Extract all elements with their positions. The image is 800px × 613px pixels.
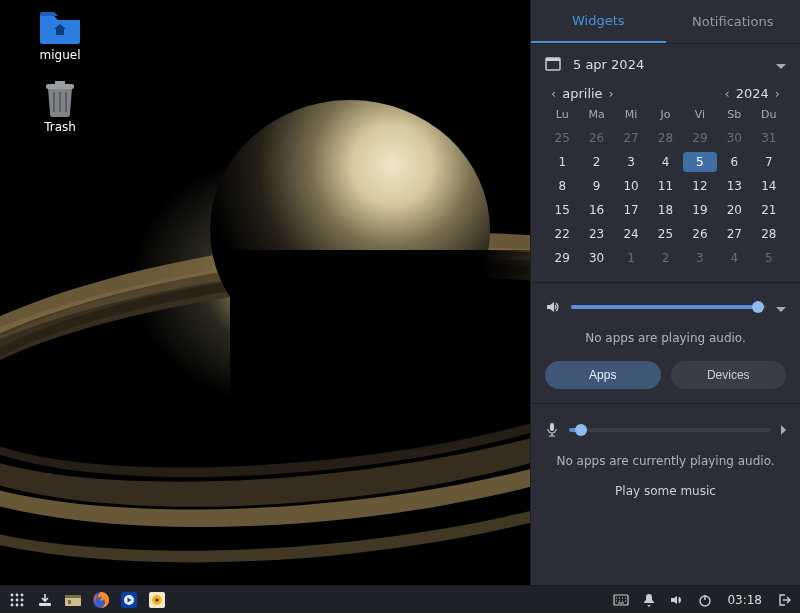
calendar-day[interactable]: 13 bbox=[717, 176, 751, 196]
date-label: 5 apr 2024 bbox=[573, 57, 644, 72]
music-player-icon bbox=[148, 591, 166, 609]
calendar-dow: Du bbox=[752, 105, 786, 124]
session-menu-button[interactable] bbox=[774, 589, 794, 611]
downloads-launcher[interactable] bbox=[34, 589, 56, 611]
svg-point-8 bbox=[11, 598, 14, 601]
firefox-launcher[interactable] bbox=[90, 589, 112, 611]
calendar-day[interactable]: 8 bbox=[545, 176, 579, 196]
month-label: aprilie bbox=[562, 86, 602, 101]
calendar-day[interactable]: 3 bbox=[614, 152, 648, 172]
calendar-day[interactable]: 9 bbox=[579, 176, 613, 196]
calendar-day[interactable]: 6 bbox=[717, 152, 751, 172]
wallpaper-decoration bbox=[210, 100, 490, 360]
calendar-day[interactable]: 28 bbox=[752, 224, 786, 244]
svg-point-23 bbox=[155, 598, 158, 601]
calendar-day-prev[interactable]: 28 bbox=[648, 128, 682, 148]
sound-indicator[interactable] bbox=[667, 589, 687, 611]
tab-widgets[interactable]: Widgets bbox=[531, 0, 666, 43]
sound-icon bbox=[670, 593, 684, 607]
panel-tabs: Widgets Notifications bbox=[531, 0, 800, 44]
year-label: 2024 bbox=[736, 86, 769, 101]
calendar-day-prev[interactable]: 26 bbox=[579, 128, 613, 148]
calendar-day[interactable]: 30 bbox=[579, 248, 613, 268]
calendar-day[interactable]: 2 bbox=[579, 152, 613, 172]
seg-apps-button[interactable]: Apps bbox=[545, 361, 661, 389]
calendar-day-prev[interactable]: 29 bbox=[683, 128, 717, 148]
svg-point-6 bbox=[16, 593, 19, 596]
widgets-panel: Widgets Notifications 5 apr 2024 ‹ april… bbox=[530, 0, 800, 585]
microphone-slider[interactable] bbox=[569, 428, 771, 432]
date-expand-icon[interactable] bbox=[776, 57, 786, 72]
file-manager-launcher[interactable] bbox=[62, 589, 84, 611]
play-music-link[interactable]: Play some music bbox=[531, 478, 800, 498]
grid-apps-icon bbox=[9, 592, 25, 608]
desktop-icon-home-folder[interactable]: miguel bbox=[20, 10, 100, 62]
calendar-header: ‹ aprilie › ‹ 2024 › bbox=[531, 80, 800, 105]
calendar-day[interactable]: 10 bbox=[614, 176, 648, 196]
calendar-day-prev[interactable]: 25 bbox=[545, 128, 579, 148]
svg-rect-1 bbox=[55, 81, 65, 85]
calendar-day[interactable]: 5 bbox=[683, 152, 717, 172]
year-next-button[interactable]: › bbox=[769, 86, 786, 101]
taskbar-right: 03:18 bbox=[611, 589, 794, 611]
date-selector[interactable]: 5 apr 2024 bbox=[531, 44, 800, 80]
calendar-day[interactable]: 26 bbox=[683, 224, 717, 244]
taskbar-clock[interactable]: 03:18 bbox=[723, 593, 766, 607]
calendar-day-next[interactable]: 4 bbox=[717, 248, 751, 268]
svg-rect-3 bbox=[546, 58, 560, 61]
desktop-icon-trash[interactable]: Trash bbox=[20, 80, 100, 134]
logout-icon bbox=[777, 593, 791, 607]
seg-devices-button[interactable]: Devices bbox=[671, 361, 787, 389]
calendar-day-prev[interactable]: 31 bbox=[752, 128, 786, 148]
microphone-icon[interactable] bbox=[545, 422, 559, 438]
svg-rect-14 bbox=[39, 603, 51, 606]
calendar-day-next[interactable]: 3 bbox=[683, 248, 717, 268]
month-next-button[interactable]: › bbox=[603, 86, 620, 101]
power-indicator[interactable] bbox=[695, 589, 715, 611]
calendar-day[interactable]: 23 bbox=[579, 224, 613, 244]
calendar-day[interactable]: 16 bbox=[579, 200, 613, 220]
tab-notifications[interactable]: Notifications bbox=[666, 0, 801, 43]
calendar-day[interactable]: 12 bbox=[683, 176, 717, 196]
media-player-launcher[interactable] bbox=[118, 589, 140, 611]
calendar-day[interactable]: 15 bbox=[545, 200, 579, 220]
volume-slider[interactable] bbox=[571, 305, 766, 309]
music-player-launcher[interactable] bbox=[146, 589, 168, 611]
calendar-dow: Mi bbox=[614, 105, 648, 124]
svg-rect-17 bbox=[68, 600, 71, 604]
calendar-day[interactable]: 11 bbox=[648, 176, 682, 196]
calendar-day-next[interactable]: 2 bbox=[648, 248, 682, 268]
taskbar: 03:18 bbox=[0, 585, 800, 613]
calendar-day-prev[interactable]: 27 bbox=[614, 128, 648, 148]
calendar-day[interactable]: 29 bbox=[545, 248, 579, 268]
calendar-day[interactable]: 19 bbox=[683, 200, 717, 220]
calendar-day[interactable]: 27 bbox=[717, 224, 751, 244]
month-prev-button[interactable]: ‹ bbox=[545, 86, 562, 101]
keyboard-indicator[interactable] bbox=[611, 589, 631, 611]
calendar-day[interactable]: 17 bbox=[614, 200, 648, 220]
microphone-row bbox=[531, 408, 800, 444]
calendar-day-prev[interactable]: 30 bbox=[717, 128, 751, 148]
year-prev-button[interactable]: ‹ bbox=[719, 86, 736, 101]
svg-rect-4 bbox=[550, 423, 554, 431]
calendar-day[interactable]: 7 bbox=[752, 152, 786, 172]
app-menu-button[interactable] bbox=[6, 589, 28, 611]
volume-expand-icon[interactable] bbox=[776, 300, 786, 315]
calendar-day[interactable]: 22 bbox=[545, 224, 579, 244]
desktop-icon-label: Trash bbox=[44, 120, 76, 134]
bell-icon bbox=[642, 593, 656, 607]
calendar-day-next[interactable]: 5 bbox=[752, 248, 786, 268]
microphone-expand-icon[interactable] bbox=[781, 423, 786, 438]
calendar-day[interactable]: 20 bbox=[717, 200, 751, 220]
calendar-day[interactable]: 18 bbox=[648, 200, 682, 220]
notifications-indicator[interactable] bbox=[639, 589, 659, 611]
calendar-day[interactable]: 14 bbox=[752, 176, 786, 196]
calendar-day-next[interactable]: 1 bbox=[614, 248, 648, 268]
calendar-day[interactable]: 4 bbox=[648, 152, 682, 172]
calendar-day[interactable]: 1 bbox=[545, 152, 579, 172]
calendar-day[interactable]: 24 bbox=[614, 224, 648, 244]
volume-icon[interactable] bbox=[545, 299, 561, 315]
calendar-today-icon bbox=[545, 56, 561, 72]
calendar-day[interactable]: 25 bbox=[648, 224, 682, 244]
calendar-day[interactable]: 21 bbox=[752, 200, 786, 220]
